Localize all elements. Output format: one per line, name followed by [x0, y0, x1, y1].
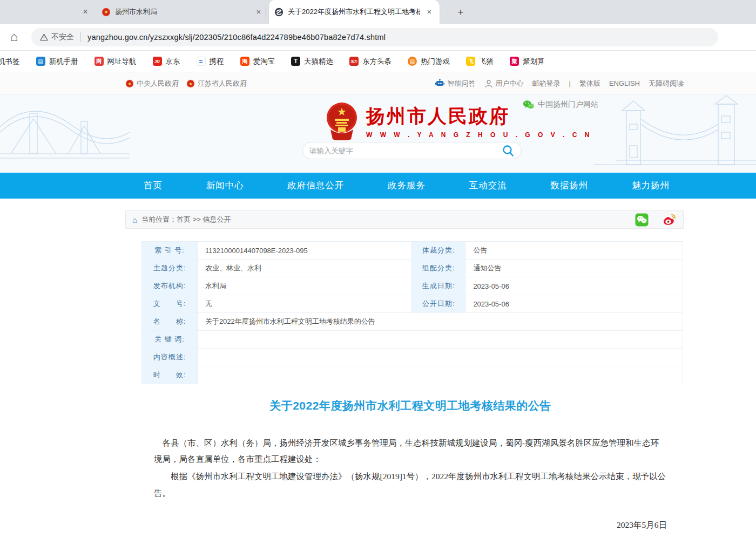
meta-label: 公开日期: [412, 295, 466, 313]
bookmark-label: 携程 [210, 57, 224, 66]
meta-label: 文 号: [142, 295, 198, 313]
table-row: 名 称: 关于2022年度扬州市水利工程文明工地考核结果的公告 [142, 313, 683, 331]
share-weibo-icon[interactable] [663, 213, 677, 226]
english-link[interactable]: ENGLISH [609, 79, 640, 87]
robot-icon [435, 79, 445, 88]
national-emblem: ★ [324, 101, 360, 140]
nav-news-center[interactable]: 新闻中心 [206, 180, 244, 192]
site-url-text: W W W . Y A N G Z H O U . G O V . C N [366, 131, 592, 139]
link-label: 中央人民政府 [137, 79, 179, 88]
meta-value-publish-date: 2023-05-06 [465, 295, 683, 313]
accessibility-link[interactable]: 无障碍阅读 [649, 79, 684, 88]
document-meta-table: 索 引 号: 11321000014407098E-2023-095 体裁分类:… [141, 241, 683, 384]
bookmark-label: 网址导航 [107, 57, 137, 66]
main-nav: 首页 新闻中心 政府信息公开 政务服务 互动交流 数据扬州 魅力扬州 [0, 173, 756, 199]
share-wechat-icon[interactable] [635, 213, 649, 227]
table-row: 发布机构: 水利局 生成日期: 2023-05-06 [142, 277, 683, 295]
nav-charm-yangzhou[interactable]: 魅力扬州 [632, 180, 670, 192]
table-row: 索 引 号: 11321000014407098E-2023-095 体裁分类:… [142, 242, 683, 260]
tab-close-icon[interactable]: × [254, 7, 264, 17]
omnibox-divider [80, 32, 81, 42]
bookmark-label: 飞猪 [479, 57, 494, 66]
breadcrumb-home-icon[interactable]: ⌂ [132, 216, 137, 224]
tab-title: 扬州市水利局 [115, 7, 249, 17]
link-jiangsu-government[interactable]: ★ 江苏省人民政府 [186, 79, 247, 88]
bookmark-label: 天猫精选 [304, 57, 333, 66]
svg-text:★: ★ [337, 106, 347, 118]
nav-gov-info-disclosure[interactable]: 政府信息公开 [287, 180, 344, 192]
gov-emblem-icon: ★ [186, 79, 195, 88]
meta-value-publisher: 水利局 [198, 277, 412, 295]
bookmark-phone-bookmarks[interactable]: 机书签 [0, 57, 20, 66]
bookmark-hot-games[interactable]: ▤ 热门游戏 [408, 57, 450, 66]
meta-value-genre: 公告 [465, 242, 683, 260]
meta-value-group: 通知公告 [465, 260, 683, 277]
tab-title: 关于2022年度扬州市水利工程文明工地考核 [288, 7, 420, 17]
table-row: 文 号: 无 公开日期: 2023-05-06 [142, 295, 683, 313]
article-paragraph-basis: 根据《扬州市水利工程文明工地建设管理办法》（扬水规[2019]1号），2022年… [154, 468, 667, 501]
bookmark-label: 热门游戏 [421, 57, 450, 66]
bookmark-new-device-manual[interactable]: ▤ 新机手册 [36, 57, 78, 66]
gov-utility-bar: ★ 中央人民政府 ★ 江苏省人民政府 [0, 72, 756, 94]
mail-login-link[interactable]: 邮箱登录 [532, 79, 561, 88]
svg-text:★: ★ [104, 9, 109, 15]
tab-yangzhou-water-bureau[interactable]: ★ 扬州市水利局 × [96, 0, 269, 24]
article-body: 关于2022年度扬州市水利工程文明工地考核结果的公告 各县（市、区）水利（务）局… [154, 398, 667, 538]
nav-data-yangzhou[interactable]: 数据扬州 [550, 180, 588, 192]
site-header: ★ 扬州市人民政府 W W W . Y A N G Z H O U . G O … [0, 94, 756, 173]
link-label: 用户中心 [496, 79, 524, 88]
tab-separator [266, 6, 266, 17]
article-title: 关于2022年度扬州市水利工程文明工地考核结果的公告 [154, 398, 667, 413]
search-input[interactable] [309, 147, 502, 155]
browser-window: × ★ 扬州市水利局 × 关于2022年度扬州市水利工程文明工地考核 × + ⌂ [0, 0, 756, 538]
meta-label: 索 引 号: [142, 242, 198, 260]
portal-wechat[interactable]: 中国扬州门户网站 [523, 100, 598, 110]
meta-label: 主题分类: [142, 260, 198, 277]
search-icon[interactable] [502, 144, 515, 157]
bookmark-jd[interactable]: JD 京东 [153, 57, 180, 66]
games-icon: ▤ [408, 57, 417, 66]
link-label: 智能问答 [448, 79, 476, 88]
browser-toolbar: ⌂ 不安全 yangzhou.gov.cn/yzszxxgk/slj/20230… [0, 24, 756, 51]
meta-label: 体裁分类: [412, 242, 466, 260]
user-center-link[interactable]: 用户中心 [484, 79, 524, 88]
meta-value-doc-number: 无 [198, 295, 412, 313]
site-search[interactable] [302, 142, 522, 159]
nav-gov-services[interactable]: 政务服务 [388, 180, 426, 192]
meta-value-keywords [198, 331, 683, 349]
taobao-icon: 淘 [240, 57, 249, 66]
bookmark-label: 聚划算 [523, 57, 545, 66]
user-icon [484, 79, 493, 88]
bookmark-fliggy[interactable]: 飞 飞猪 [466, 57, 494, 66]
breadcrumb: 当前位置：首页 >> 信息公开 [141, 215, 231, 224]
bookmark-url-navigation[interactable]: 网 网址导航 [94, 57, 137, 66]
address-bar[interactable]: 不安全 yangzhou.gov.cn/yzszxxgk/slj/202305/… [31, 28, 718, 46]
bookmark-juhuasuan[interactable]: 聚 聚划算 [510, 57, 545, 66]
bookmarks-bar: 机书签 ▤ 新机手册 网 网址导航 JD 京东 ≈ 携程 淘 爱淘宝 T 天猫精… [0, 51, 756, 72]
juhuasuan-icon: 聚 [510, 57, 519, 66]
bookmark-eastday[interactable]: 东方 东方头条 [349, 57, 392, 66]
tab-close-icon[interactable]: × [424, 7, 434, 17]
bookmark-tmall[interactable]: T 天猫精选 [291, 57, 333, 66]
table-row: 主题分类: 农业、林业、水利 组配分类: 通知公告 [142, 260, 683, 277]
header-illustration-right [594, 94, 756, 173]
table-row: 时 效: [142, 366, 683, 384]
ctrip-dolphin-icon: ≈ [197, 57, 206, 66]
new-tab-button[interactable]: + [454, 5, 468, 19]
svg-text:★: ★ [127, 81, 131, 86]
bookmark-aitaobao[interactable]: 淘 爱淘宝 [240, 57, 275, 66]
nav-home[interactable]: 首页 [144, 180, 163, 192]
bookmark-label: 东方头条 [362, 57, 392, 66]
home-icon[interactable]: ⌂ [6, 29, 22, 44]
smart-qa-link[interactable]: 智能问答 [435, 79, 476, 88]
nav-interaction[interactable]: 互动交流 [469, 180, 507, 192]
link-central-government[interactable]: ★ 中央人民政府 [125, 79, 179, 88]
partial-tab-close-icon[interactable]: × [80, 6, 91, 17]
security-chip[interactable]: 不安全 [40, 32, 74, 42]
breadcrumb-bar: ⌂ 当前位置：首页 >> 信息公开 [125, 210, 684, 229]
url-text[interactable]: yangzhou.gov.cn/yzszxxgk/slj/202305/210c… [87, 33, 386, 42]
bookmark-ctrip[interactable]: ≈ 携程 [197, 57, 224, 66]
eastday-icon: 东方 [349, 57, 359, 66]
traditional-chinese-link[interactable]: 繁体版 [579, 79, 600, 88]
tab-announcement-active[interactable]: 关于2022年度扬州市水利工程文明工地考核 × [269, 0, 440, 24]
